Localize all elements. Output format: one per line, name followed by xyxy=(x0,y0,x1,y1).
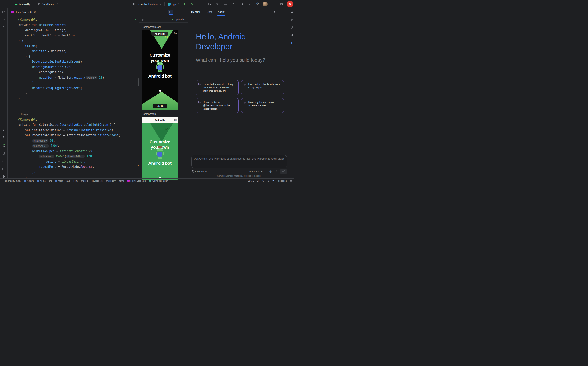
line-ending[interactable]: LF xyxy=(257,180,260,182)
layout-inspector-button[interactable] xyxy=(215,2,220,6)
running-devices-tool-button[interactable] xyxy=(1,151,7,156)
scrollbar-change-mark xyxy=(138,165,139,166)
project-tool-button[interactable] xyxy=(1,9,7,15)
breadcrumb-item[interactable]: feature xyxy=(24,180,34,182)
breadcrumb-item[interactable]: home xyxy=(37,180,46,182)
lets-go-button: Let's Go xyxy=(153,104,167,108)
breadcrumb-item[interactable]: java xyxy=(66,180,70,182)
suggestion-card[interactable]: Make my Theme's color scheme warmer xyxy=(241,98,284,113)
project-selector[interactable]: Androidify xyxy=(14,2,34,6)
logcat-button[interactable] xyxy=(223,2,228,6)
running-devices-tool-button[interactable] xyxy=(289,32,294,38)
context-selector[interactable]: Context (6) xyxy=(191,170,211,173)
send-button[interactable] xyxy=(280,169,287,174)
editor-scrollbar[interactable] xyxy=(138,78,139,86)
indent-setting[interactable]: 4 spaces xyxy=(278,180,287,182)
chevron-down-icon xyxy=(56,3,58,5)
tab-agent[interactable]: Agent xyxy=(217,8,225,16)
preview-headline: Customize xyxy=(142,139,178,145)
run-configuration-selector[interactable]: app xyxy=(167,2,180,6)
hide-panel-button[interactable] xyxy=(284,10,287,14)
run-play-icon xyxy=(183,2,186,6)
device-manager-tool-button[interactable] xyxy=(289,25,294,30)
project-name: Androidify xyxy=(19,3,30,6)
suggestion-card[interactable]: Extract all hardcoded strings from this … xyxy=(196,80,239,95)
maximize-icon xyxy=(280,3,283,5)
more-tool-windows-button[interactable]: ⋯ xyxy=(1,32,7,38)
logcat-icon xyxy=(224,2,227,6)
file-encoding[interactable]: UTF-8 xyxy=(262,180,269,182)
notifications-button[interactable] xyxy=(289,9,294,15)
preview-pager-bars xyxy=(159,90,161,92)
editor-mode-code-button[interactable] xyxy=(162,9,167,15)
preview-section-header: HomeScreenDark ⋮ xyxy=(142,24,186,30)
breadcrumb-item[interactable]: com xyxy=(73,180,77,182)
breadcrumb-item[interactable]: androidify-main xyxy=(2,180,21,182)
debug-button[interactable] xyxy=(189,2,194,6)
tab-chat[interactable]: Chat xyxy=(206,8,213,16)
chat-bubble-icon xyxy=(198,101,201,104)
window-maximize-button[interactable] xyxy=(279,1,284,7)
editor-mode-split-button[interactable] xyxy=(168,9,173,15)
preview-kebab-icon[interactable]: ⋮ xyxy=(183,25,186,29)
preview-layout-button[interactable] xyxy=(142,18,145,21)
breadcrumb-item[interactable]: home xyxy=(119,180,124,182)
sync-project-button[interactable] xyxy=(239,2,244,6)
user-avatar[interactable] xyxy=(263,2,268,7)
breadcrumb-item[interactable]: main xyxy=(55,180,63,182)
breadcrumb-item[interactable]: CompactPager xyxy=(149,180,168,182)
ai-status-button[interactable] xyxy=(272,179,275,183)
suggestion-card[interactable]: Find and resolve build errors in my proj… xyxy=(241,80,284,95)
pull-requests-tool-button[interactable] xyxy=(1,25,7,30)
terminal-tool-button[interactable] xyxy=(1,166,7,172)
gemini-input[interactable]: Ask Gemini, use @filename to attach sour… xyxy=(191,155,287,168)
tab-close-icon[interactable]: ✕ xyxy=(34,11,36,14)
model-selector[interactable]: Gemini 2.5 Pro xyxy=(247,170,267,173)
main-menu-button[interactable] xyxy=(7,2,12,6)
services-tool-button[interactable] xyxy=(1,143,7,148)
write-access-button[interactable] xyxy=(290,179,292,183)
problems-tool-button[interactable] xyxy=(1,158,7,164)
person-icon xyxy=(2,26,5,29)
editor-mode-design-button[interactable] xyxy=(175,9,180,15)
breadcrumb-item[interactable]: androidify xyxy=(106,180,115,182)
gemini-options-kebab[interactable]: ⋮ xyxy=(278,10,281,14)
gemini-settings-button[interactable]: ⚙ xyxy=(269,170,272,174)
gradle-tool-button[interactable] xyxy=(289,17,294,22)
caret-position[interactable]: 255:1 xyxy=(248,180,254,182)
window-minimize-button[interactable] xyxy=(270,1,276,7)
code-editor[interactable]: @Composableprivate fun MainHomeContent( … xyxy=(8,16,139,178)
build-tool-button[interactable] xyxy=(1,135,7,140)
more-actions-button[interactable]: ⋮ xyxy=(196,1,202,7)
vcs-branch-selector[interactable]: DarkTheme xyxy=(36,2,59,6)
tab-homescreen-kt[interactable]: HomeScreen.kt ✕ xyxy=(9,8,38,16)
suggestion-card[interactable]: Update kotlin in @libs.version.toml to t… xyxy=(196,98,239,113)
chevron-down-icon xyxy=(265,171,267,172)
window-close-button[interactable] xyxy=(287,1,293,7)
breadcrumb: androidify-main›feature›home›src›main›ja… xyxy=(2,180,168,182)
device-selector[interactable]: Resizable Emulator xyxy=(131,2,163,6)
run-button[interactable] xyxy=(182,2,187,6)
prompt-history-button[interactable] xyxy=(275,170,277,173)
gemini-tool-button[interactable] xyxy=(289,40,294,46)
close-icon xyxy=(289,3,291,5)
preview-app-header: Androidify xyxy=(142,117,178,123)
commit-tool-button[interactable] xyxy=(1,17,7,22)
clear-chat-button[interactable] xyxy=(272,10,275,14)
app-quality-insights-button[interactable] xyxy=(231,2,236,6)
breadcrumb-item[interactable]: HomeScreen.kt xyxy=(127,180,146,182)
preview-name-light: HomeScreen xyxy=(142,113,156,115)
breadcrumb-item[interactable]: src xyxy=(49,180,52,182)
search-everywhere-button[interactable] xyxy=(247,2,252,6)
suggestion-text: Update kotlin in @libs.version.toml to t… xyxy=(203,100,236,111)
preview-name-dark: HomeScreenDark xyxy=(142,26,161,28)
editor-options-kebab[interactable]: ⋮ xyxy=(182,10,186,14)
breadcrumb-item[interactable]: android xyxy=(81,180,88,182)
device-manager-button[interactable] xyxy=(207,2,212,6)
breadcrumb-separator: › xyxy=(104,180,105,182)
inspections-ok-icon[interactable]: ✓ xyxy=(135,18,137,21)
run-tool-button[interactable] xyxy=(1,127,7,133)
breadcrumb-item[interactable]: developers xyxy=(91,180,103,182)
settings-button[interactable]: ⚙ xyxy=(255,2,260,6)
preview-kebab-icon[interactable]: ⋮ xyxy=(183,113,186,115)
